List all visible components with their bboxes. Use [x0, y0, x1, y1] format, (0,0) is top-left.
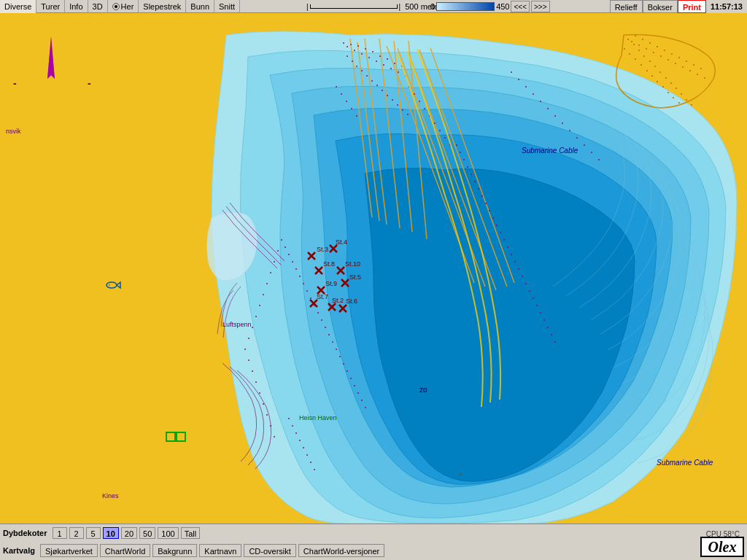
svg-rect-48: [525, 86, 527, 88]
haven-label: Heisn Haven: [299, 414, 337, 421]
bokser-button[interactable]: Bokser: [643, 0, 678, 13]
svg-rect-33: [341, 93, 342, 95]
svg-rect-26: [382, 90, 383, 91]
svg-rect-4: [354, 50, 355, 51]
depth-btn-50[interactable]: 50: [139, 527, 155, 539]
menu-snitt[interactable]: Snitt: [214, 0, 240, 13]
menu-turer[interactable]: Turer: [36, 0, 65, 13]
svg-rect-39: [419, 101, 420, 102]
svg-rect-1: [343, 42, 344, 44]
menu-her[interactable]: Her: [108, 0, 139, 13]
depth-btn-1[interactable]: 1: [53, 527, 67, 539]
svg-rect-167: [678, 57, 680, 58]
her-radio: [112, 3, 120, 10]
svg-rect-70: [325, 327, 326, 328]
menu-slepestrek[interactable]: Slepestrek: [139, 0, 186, 13]
svg-rect-149: [691, 104, 692, 106]
svg-rect-77: [350, 378, 352, 379]
svg-rect-139: [638, 50, 640, 51]
svg-rect-211: [109, 284, 110, 286]
kart-sjokartverket[interactable]: Sjøkartverket: [40, 544, 98, 557]
svg-rect-137: [627, 39, 629, 40]
svg-rect-34: [346, 101, 347, 102]
menu-bunn[interactable]: Bunn: [186, 0, 214, 13]
svg-rect-101: [288, 418, 290, 419]
svg-rect-5: [357, 45, 359, 47]
svg-rect-43: [439, 130, 441, 131]
svg-rect-75: [343, 363, 344, 365]
svg-text:St.6: St.6: [346, 298, 357, 305]
map-svg: St.3 St.4 St.8 St.10 St.5 St.9 St.7 St.2…: [0, 13, 747, 524]
svg-rect-35: [351, 108, 352, 109]
relief-button[interactable]: Relieff: [610, 0, 643, 13]
svg-rect-29: [397, 104, 398, 106]
svg-rect-166: [671, 53, 673, 55]
svg-rect-19: [347, 55, 348, 57]
svg-rect-113: [471, 174, 472, 175]
svg-rect-80: [361, 400, 363, 401]
svg-rect-50: [540, 101, 541, 102]
svg-rect-53: [562, 122, 563, 124]
map-area[interactable]: St.3 St.4 St.8 St.10 St.5 St.9 St.7 St.2…: [0, 13, 747, 524]
menu-diverse[interactable]: Diverse: [0, 0, 36, 13]
kart-kartnavn[interactable]: Kartnavn: [199, 544, 241, 557]
svg-rect-150: [624, 48, 625, 50]
svg-rect-176: [667, 59, 669, 61]
svg-rect-122: [503, 239, 505, 241]
depth-btn-10[interactable]: 10: [103, 527, 119, 539]
svg-rect-136: [554, 341, 556, 343]
svg-text:St.2: St.2: [332, 297, 344, 304]
kart-chartworld[interactable]: ChartWorld: [100, 544, 150, 557]
svg-rect-2: [347, 46, 348, 47]
svg-rect-83: [277, 250, 279, 252]
svg-rect-97: [263, 403, 264, 405]
depth-btn-tall[interactable]: Tall: [181, 527, 201, 539]
svg-rect-165: [664, 50, 665, 51]
svg-rect-130: [533, 298, 534, 299]
svg-rect-3: [350, 44, 352, 45]
svg-rect-173: [646, 48, 647, 50]
svg-text:St.8: St.8: [323, 260, 335, 268]
nav-right-btn[interactable]: >>>: [531, 1, 550, 12]
svg-rect-28: [392, 99, 393, 101]
kart-chartworld-versjoner[interactable]: ChartWorld-versjoner: [298, 544, 384, 557]
svg-rect-44: [444, 137, 446, 139]
menu-3d[interactable]: 3D: [88, 0, 108, 13]
svg-rect-120: [496, 225, 498, 226]
svg-rect-58: [598, 159, 600, 160]
svg-rect-57: [591, 152, 592, 153]
olex-logo: Olex: [700, 537, 744, 557]
svg-rect-100: [274, 436, 275, 438]
svg-rect-124: [511, 254, 512, 255]
svg-rect-175: [660, 55, 662, 57]
scale-line: [310, 4, 398, 9]
svg-rect-68: [317, 312, 319, 314]
svg-rect-134: [547, 327, 549, 328]
depth-btn-2[interactable]: 2: [69, 527, 84, 539]
kart-bakgrunn[interactable]: Bakgrunn: [152, 544, 197, 557]
svg-rect-22: [361, 70, 363, 71]
svg-rect-138: [633, 44, 635, 45]
svg-text:St.7: St.7: [317, 293, 328, 300]
depth-btn-5[interactable]: 5: [86, 527, 101, 539]
svg-rect-123: [507, 246, 508, 248]
svg-text:St.4: St.4: [336, 238, 347, 246]
svg-rect-55: [576, 137, 578, 139]
nsvik-label: nsvik: [6, 128, 21, 135]
svg-rect-107: [310, 462, 311, 463]
depth-btn-20[interactable]: 20: [121, 527, 137, 539]
svg-rect-154: [646, 70, 648, 71]
svg-rect-169: [693, 64, 694, 66]
depth-min: 0: [430, 2, 435, 11]
svg-rect-81: [365, 407, 366, 408]
svg-rect-157: [662, 86, 664, 88]
svg-rect-114: [474, 181, 476, 182]
kart-cd-oversikt[interactable]: CD-oversikt: [244, 544, 295, 557]
svg-rect-94: [252, 370, 253, 372]
svg-rect-60: [288, 254, 290, 255]
nav-left-btn[interactable]: <<<: [511, 1, 530, 12]
depth-btn-100[interactable]: 100: [158, 527, 178, 539]
print-button[interactable]: Print: [678, 0, 706, 13]
svg-rect-71: [328, 334, 330, 335]
menu-info[interactable]: Info: [65, 0, 88, 13]
